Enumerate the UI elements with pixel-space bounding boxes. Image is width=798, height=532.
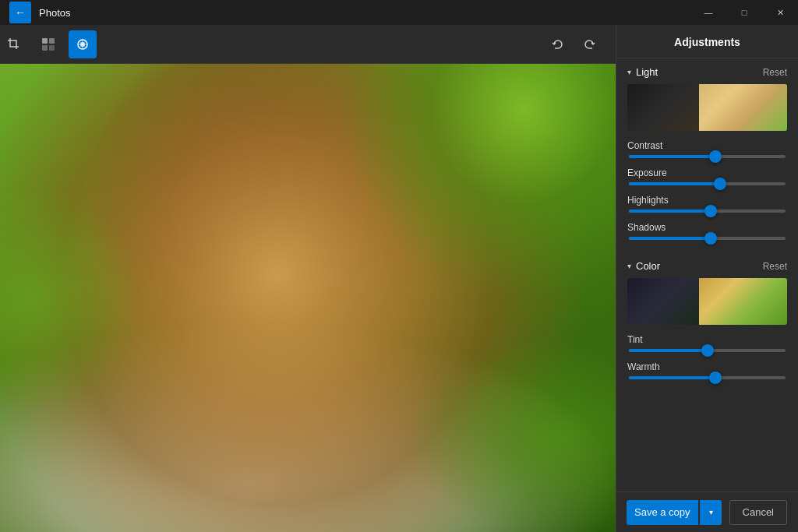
svg-rect-3 <box>49 45 55 51</box>
titlebar: ← Photos — □ ✕ <box>0 0 798 25</box>
undo-button[interactable] <box>544 30 572 58</box>
redo-button[interactable] <box>575 30 603 58</box>
light-chevron[interactable]: ▾ <box>627 68 631 76</box>
svg-rect-1 <box>49 38 55 44</box>
adjust-button[interactable] <box>69 30 97 58</box>
color-reset-button[interactable]: Reset <box>763 261 787 272</box>
close-button[interactable]: ✕ <box>762 0 798 25</box>
svg-rect-0 <box>42 38 48 44</box>
color-preview-thumbnail <box>627 278 787 325</box>
color-section-left: ▾ Color <box>627 260 660 272</box>
highlights-label: Highlights <box>627 195 787 206</box>
contrast-label: Contrast <box>627 140 787 151</box>
minimize-icon: — <box>704 8 713 17</box>
photo-viewer <box>0 64 616 532</box>
back-icon: ← <box>15 6 26 19</box>
color-section-label: Color <box>636 260 660 272</box>
shadows-slider-row: Shadows <box>616 219 798 246</box>
light-preview-light <box>699 84 787 131</box>
editor-area <box>0 25 616 532</box>
tint-track <box>629 349 786 352</box>
contrast-slider-row: Contrast <box>616 137 798 164</box>
adjustments-panel: Adjustments ▾ Light Reset Contrast <box>616 25 798 532</box>
color-preview-dark <box>627 278 699 325</box>
app-title: Photos <box>39 7 70 19</box>
shadows-label: Shadows <box>627 222 787 233</box>
highlights-track <box>629 210 786 213</box>
close-icon: ✕ <box>777 8 784 18</box>
warmth-label: Warmth <box>627 361 787 372</box>
contrast-track <box>629 155 786 158</box>
light-section-header: ▾ Light Reset <box>616 58 798 83</box>
save-copy-button[interactable]: Save a copy <box>627 500 698 525</box>
warmth-slider-row: Warmth <box>616 358 798 386</box>
exposure-track <box>629 182 786 185</box>
photo-image <box>0 64 616 532</box>
save-dropdown-icon: ▾ <box>709 508 713 516</box>
color-preview-light <box>699 278 787 325</box>
warmth-track <box>629 376 786 379</box>
highlights-slider-row: Highlights <box>616 192 798 219</box>
cancel-button[interactable]: Cancel <box>729 500 787 525</box>
exposure-label: Exposure <box>627 167 787 178</box>
light-section-left: ▾ Light <box>627 66 658 78</box>
panel-title: Adjustments <box>616 25 798 58</box>
svg-rect-2 <box>42 45 48 51</box>
maximize-icon: □ <box>742 8 747 17</box>
light-preview-thumbnail <box>627 84 787 131</box>
light-preview-dark <box>627 84 699 131</box>
shadows-track <box>629 237 786 240</box>
minimize-button[interactable]: — <box>690 0 726 25</box>
save-dropdown-button[interactable]: ▾ <box>700 500 722 525</box>
color-section-header: ▾ Color Reset <box>616 252 798 277</box>
crop-button[interactable] <box>0 30 28 58</box>
maximize-button[interactable]: □ <box>726 0 762 25</box>
filter-button[interactable] <box>34 30 62 58</box>
toolbar <box>0 25 616 64</box>
exposure-slider-row: Exposure <box>616 164 798 192</box>
tint-slider-row: Tint <box>616 331 798 358</box>
main-content: Adjustments ▾ Light Reset Contrast <box>0 25 798 532</box>
window-controls: — □ ✕ <box>690 0 798 25</box>
back-button[interactable]: ← <box>9 2 31 23</box>
tint-label: Tint <box>627 334 787 345</box>
color-chevron[interactable]: ▾ <box>627 262 631 270</box>
light-section-label: Light <box>636 66 658 78</box>
bottom-bar: Save a copy ▾ Cancel <box>616 491 798 532</box>
light-reset-button[interactable]: Reset <box>763 67 787 78</box>
panel-scroll[interactable]: ▾ Light Reset Contrast <box>616 58 798 532</box>
undo-redo-group <box>544 30 603 58</box>
